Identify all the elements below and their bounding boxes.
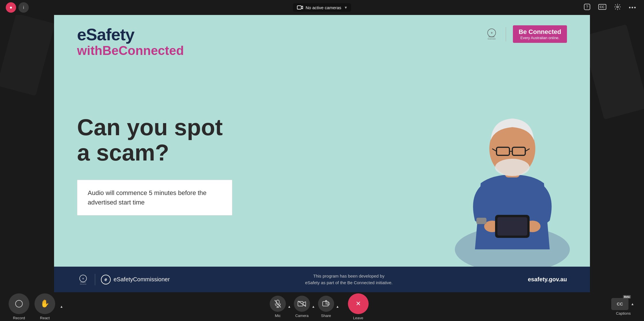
svg-rect-34 (323, 301, 328, 306)
svg-point-5 (617, 6, 618, 8)
leave-button[interactable]: ✕ (348, 293, 369, 314)
record-label: Record (13, 316, 25, 320)
be-connected-brand: BeConnected (102, 43, 184, 58)
info-icon: i (23, 5, 24, 10)
camera-status-indicator[interactable]: No active cameras ▾ (293, 3, 351, 12)
camera-btn-wrap: Camera (294, 296, 310, 318)
footer-divider (95, 274, 95, 285)
beta-badge: Beta (623, 295, 631, 299)
camera-toolbar-icon (298, 301, 306, 307)
share-group: Share ▲ (318, 296, 341, 318)
svg-rect-22 (497, 217, 527, 236)
camera-status-chevron: ▾ (345, 5, 347, 10)
react-label: React (40, 316, 50, 320)
react-expand-icon: ▲ (60, 305, 63, 309)
svg-text:CC: CC (600, 5, 604, 9)
settings-icon (614, 4, 621, 10)
more-options-button[interactable]: ••• (627, 3, 638, 13)
slide-main: eSafety withBeConnected ⚜ Australian Gov… (54, 8, 590, 267)
toolbar-center: Mic ▲ Camera ▲ (270, 293, 374, 320)
mic-btn-wrap: Mic (270, 296, 286, 318)
esafety-main-title: eSafety (77, 25, 184, 44)
footer-center-text: This program has been developed by eSafe… (305, 273, 392, 286)
top-bar: ● i No active cameras ▾ ? CC (0, 0, 644, 15)
camera-button[interactable] (294, 296, 310, 312)
captions-group: CC Beta ▲ Captions (611, 298, 635, 316)
mic-label: Mic (275, 314, 281, 318)
svg-text:Government: Government (80, 283, 87, 285)
share-btn-wrap: Share (318, 296, 334, 318)
mic-arrow-button[interactable]: ▲ (286, 297, 293, 317)
esafety-sub-title: withBeConnected (77, 44, 184, 58)
svg-rect-23 (476, 218, 486, 224)
footer-crest-icon: ⚜ Australian Government (77, 274, 89, 286)
camera-label: Camera (295, 314, 308, 318)
cc-top-icon: CC (598, 4, 606, 10)
captions-expand-icon: ▲ (631, 302, 634, 306)
svg-text:⚜: ⚜ (82, 277, 84, 280)
mic-icon (274, 300, 281, 308)
audio-notice-box: Audio will commence 5 minutes before the… (77, 180, 232, 215)
slide-footer: ⚜ Australian Government e eSafetyCommiss… (54, 267, 590, 292)
share-label: Share (321, 314, 331, 318)
react-hand-icon: ✋ (40, 299, 49, 308)
more-icon: ••• (629, 4, 637, 11)
svg-rect-0 (297, 6, 301, 9)
react-group: ✋ React (34, 293, 55, 320)
esafety-title: eSafety withBeConnected (77, 25, 184, 58)
share-button[interactable] (318, 296, 334, 312)
record-top-icon: ● (9, 5, 12, 10)
share-arrow-button[interactable]: ▲ (334, 297, 341, 317)
captions-label: Captions (616, 311, 630, 316)
leave-icon: ✕ (356, 300, 361, 307)
camera-group: Camera ▲ (294, 296, 317, 318)
help-button[interactable]: ? (582, 2, 592, 13)
record-circle-icon (15, 300, 23, 307)
camera-status-icon (297, 5, 303, 10)
settings-button[interactable] (613, 2, 622, 13)
share-expand-icon: ▲ (336, 305, 339, 309)
bg-decoration-right (582, 24, 644, 119)
react-button[interactable]: ✋ (34, 293, 55, 314)
top-bar-right: ? CC ••• (582, 2, 638, 13)
person-illustration (435, 8, 590, 267)
captions-expand-button[interactable]: ▲ (630, 301, 635, 307)
esafety-commissioner-text: eSafetyCommissioner (114, 276, 170, 283)
record-button[interactable] (9, 293, 29, 314)
closed-caption-top-button[interactable]: CC (597, 2, 608, 13)
slide-headline: Can you spot a scam? (77, 115, 278, 165)
toolbar-left: Record ✋ React ▲ (9, 293, 65, 320)
slide-container: eSafety withBeConnected ⚜ Australian Gov… (54, 8, 590, 292)
audio-notice-text: Audio will commence 5 minutes before the… (88, 188, 222, 207)
toolbar-right: CC Beta ▲ Captions (611, 298, 635, 316)
help-icon: ? (584, 4, 590, 10)
mic-expand-icon: ▲ (288, 305, 291, 309)
footer-left: ⚜ Australian Government e eSafetyCommiss… (77, 274, 170, 286)
main-content: eSafety withBeConnected ⚜ Australian Gov… (54, 8, 590, 292)
bottom-toolbar: Record ✋ React ▲ (0, 292, 644, 321)
esafety-commissioner-logo: e eSafetyCommissioner (101, 275, 170, 284)
leave-label: Leave (353, 316, 363, 320)
leave-group: ✕ Leave (346, 293, 371, 320)
info-button[interactable]: i (18, 2, 29, 13)
react-arrow-button[interactable]: ▲ (58, 297, 65, 317)
record-group: Record (9, 293, 29, 320)
camera-expand-icon: ▲ (312, 305, 315, 309)
bg-decoration-left (0, 13, 55, 96)
share-icon (322, 300, 330, 308)
mic-group: Mic ▲ (270, 296, 293, 318)
camera-arrow-button[interactable]: ▲ (310, 297, 317, 317)
cc-text: CC (617, 301, 623, 306)
camera-status-text: No active cameras (306, 5, 341, 10)
esafety-logo-icon: e (101, 275, 111, 284)
captions-btn-wrap: CC Beta ▲ (611, 298, 635, 310)
person-svg (435, 83, 590, 267)
captions-button[interactable]: CC Beta (611, 298, 628, 310)
record-top-button[interactable]: ● (6, 2, 16, 13)
top-bar-center: No active cameras ▾ (293, 3, 351, 12)
mic-button[interactable] (270, 296, 286, 312)
svg-text:Australian: Australian (80, 282, 86, 283)
svg-text:?: ? (586, 5, 588, 9)
svg-point-13 (495, 159, 530, 176)
top-bar-left: ● i (6, 2, 29, 13)
